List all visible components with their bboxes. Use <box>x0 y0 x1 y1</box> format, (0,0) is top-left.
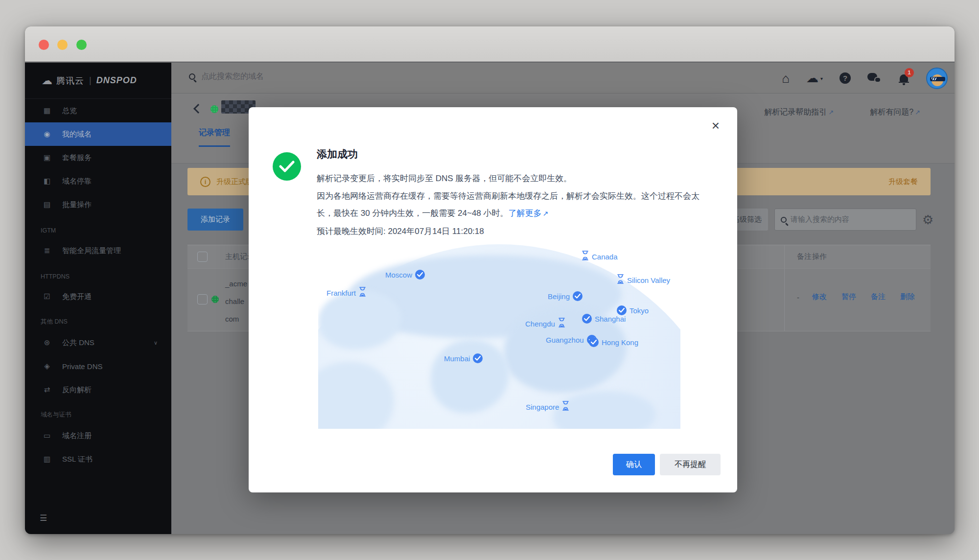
sidebar-item--[interactable]: ▦总览 <box>25 99 171 122</box>
help-link--[interactable]: 解析记录帮助指引↗ <box>764 107 834 117</box>
tencent-cloud-icon: ☁ <box>42 74 52 87</box>
sidebar-item-label: 反向解析 <box>62 385 92 395</box>
city-pending-hourglass-icon <box>617 274 624 286</box>
city-pending-hourglass-icon <box>359 286 366 299</box>
modal-body-text: 解析记录变更后，将实时同步至 DNS 服务器，但可能不会立即生效。 因为各地网络… <box>317 170 718 240</box>
sidebar-item--[interactable]: ☑免费开通 <box>25 285 171 308</box>
map-city-frankfurt: Frankfurt <box>326 286 366 299</box>
sidebar-item-private-dns[interactable]: ◈Private DNS <box>25 354 171 378</box>
wechat-support-icon[interactable] <box>867 72 882 84</box>
record-search-placeholder: 请输入搜索的内容 <box>791 215 849 224</box>
app-body: ☁ 腾讯云 | DNSPOD ▦总览◉我的域名▣套餐服务◧域名停靠▤批量操作IG… <box>25 63 955 534</box>
reverse-resolution-icon: ⇄ <box>43 385 51 394</box>
domain-status-dot <box>210 105 218 113</box>
map-city-mumbai: Mumbai <box>444 353 483 363</box>
close-icon[interactable]: × <box>712 119 720 133</box>
brand-name: 腾讯云 <box>56 75 84 87</box>
record-search-input[interactable]: 请输入搜索的内容 <box>774 209 916 231</box>
map-city-label: Canada <box>592 253 618 261</box>
collapse-sidebar-icon[interactable]: ☰ <box>40 513 47 523</box>
remark-column-header: 备注 <box>797 252 812 261</box>
sidebar-item--[interactable]: ▣套餐服务 <box>25 146 171 169</box>
map-city-beijing: Beijing <box>548 291 583 301</box>
map-city-label: Shanghai <box>595 315 626 323</box>
sidebar-item-ssl-[interactable]: ▥SSL 证书 <box>25 447 171 471</box>
sidebar-item-label: 总览 <box>62 106 77 116</box>
home-icon[interactable]: ⌂ <box>782 72 790 85</box>
nav-icons: ⌂ ☁▾ ? 1 <box>782 63 948 93</box>
tab--[interactable]: 记录管理 <box>199 128 230 144</box>
domain-search-input[interactable]: 点此搜索您的域名 <box>189 71 264 82</box>
console-menu[interactable]: ☁▾ <box>806 72 823 84</box>
upgrade-plan-link[interactable]: 升级套餐 <box>888 177 918 187</box>
dns-sync-world-map: CanadaMoscowSilicon ValleyFrankfurtBeiji… <box>318 240 680 429</box>
gear-icon[interactable]: ⚙ <box>922 212 933 228</box>
globe-graphic <box>318 244 680 429</box>
sidebar-item--[interactable]: ◧域名停靠 <box>25 169 171 193</box>
city-synced-check-icon <box>415 270 425 280</box>
close-window-button[interactable] <box>39 40 49 50</box>
host-record-value: _acmechallecom <box>225 275 247 328</box>
city-pending-hourglass-icon <box>562 400 569 413</box>
select-all-checkbox[interactable] <box>197 252 208 262</box>
map-city-hong-kong: Hong Kong <box>589 337 638 347</box>
domain-parking-icon: ◧ <box>43 177 51 186</box>
help-links: 解析记录帮助指引↗解析有问题?↗ <box>764 107 920 117</box>
chevron-down-icon: ∨ <box>154 340 158 346</box>
my-domains-icon: ◉ <box>43 130 51 139</box>
record-status-dot <box>211 296 219 303</box>
sidebar-item--[interactable]: ⇄反向解析 <box>25 378 171 401</box>
sidebar-item--[interactable]: ▭域名注册 <box>25 424 171 447</box>
help-link--[interactable]: 解析有问题?↗ <box>870 107 920 117</box>
sidebar-item--[interactable]: ≣智能全局流量管理 <box>25 239 171 262</box>
external-link-icon: ↗ <box>915 109 920 116</box>
modal-title: 添加成功 <box>317 147 358 161</box>
row-actions: 修改暂停备注删除 <box>812 292 915 302</box>
help-icon[interactable]: ? <box>839 72 851 84</box>
global-traffic-icon: ≣ <box>43 246 51 255</box>
learn-more-link[interactable]: 了解更多↗ <box>509 209 549 218</box>
sidebar-item--dns[interactable]: ⊛公共 DNS∨ <box>25 331 171 354</box>
city-pending-hourglass-icon <box>582 250 589 263</box>
confirm-button[interactable]: 确认 <box>613 454 655 475</box>
product-name: DNSPOD <box>96 75 137 86</box>
search-icon <box>781 217 787 223</box>
private-dns-icon: ◈ <box>43 362 51 371</box>
notifications-bell-icon[interactable]: 1 <box>899 73 909 86</box>
dont-remind-button[interactable]: 不再提醒 <box>660 454 721 475</box>
sidebar-item-label: 域名注册 <box>62 431 92 441</box>
map-city-shanghai: Shanghai <box>582 314 626 324</box>
info-icon: i <box>200 177 210 187</box>
external-link-icon: ↗ <box>543 210 549 217</box>
sidebar: ☁ 腾讯云 | DNSPOD ▦总览◉我的域名▣套餐服务◧域名停靠▤批量操作IG… <box>25 63 171 534</box>
row-action--[interactable]: 删除 <box>900 292 915 302</box>
map-city-label: Moscow <box>385 271 412 279</box>
domain-search-placeholder: 点此搜索您的域名 <box>201 71 264 82</box>
sidebar-item--[interactable]: ▤批量操作 <box>25 193 171 216</box>
back-button[interactable] <box>193 104 203 114</box>
map-city-label: Mumbai <box>444 354 470 363</box>
brand-logo: ☁ 腾讯云 | DNSPOD <box>25 63 171 99</box>
sidebar-item-label: 域名停靠 <box>62 177 92 186</box>
app-window: ☁ 腾讯云 | DNSPOD ▦总览◉我的域名▣套餐服务◧域名停靠▤批量操作IG… <box>25 26 955 534</box>
chevron-down-icon: ▾ <box>820 76 823 81</box>
city-synced-check-icon <box>589 337 599 347</box>
top-nav: 点此搜索您的域名 ⌂ ☁▾ ? 1 <box>171 63 955 93</box>
sidebar-menu: ▦总览◉我的域名▣套餐服务◧域名停靠▤批量操作IGTM≣智能全局流量管理HTTP… <box>25 99 171 471</box>
row-action--[interactable]: 暂停 <box>841 292 856 302</box>
logo-separator: | <box>89 75 92 86</box>
avatar[interactable] <box>926 68 948 89</box>
row-action--[interactable]: 修改 <box>812 292 827 302</box>
city-synced-check-icon <box>473 353 483 363</box>
external-link-icon: ↗ <box>828 109 834 116</box>
add-record-button[interactable]: 添加记录 <box>187 209 243 231</box>
minimize-window-button[interactable] <box>57 40 68 50</box>
map-city-label: Singapore <box>526 403 559 411</box>
zoom-window-button[interactable] <box>76 40 87 50</box>
search-icon <box>189 73 195 80</box>
sidebar-item-label: 批量操作 <box>62 200 92 210</box>
row-checkbox[interactable] <box>197 294 208 304</box>
eta-line: 预计最晚生效时间: 2024年07月14日 11:20:18 <box>317 223 718 240</box>
sidebar-item--[interactable]: ◉我的域名 <box>25 122 171 146</box>
row-action--[interactable]: 备注 <box>871 292 886 302</box>
